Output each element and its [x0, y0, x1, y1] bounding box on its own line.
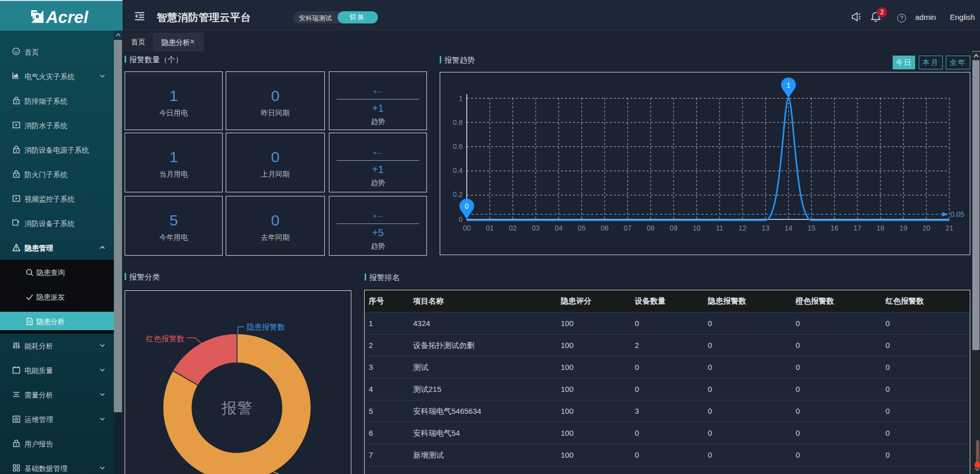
svg-text:15: 15: [807, 224, 816, 232]
svg-text:19: 19: [899, 224, 907, 232]
svg-text:11: 11: [716, 224, 724, 232]
svg-text:07: 07: [624, 224, 632, 232]
svg-text:0.6: 0.6: [453, 142, 463, 151]
svg-text:17: 17: [853, 224, 862, 232]
svg-text:0: 0: [465, 202, 469, 210]
svg-text:21: 21: [945, 224, 953, 232]
svg-text:04: 04: [555, 224, 563, 232]
svg-text:18: 18: [876, 224, 885, 232]
svg-text:12: 12: [738, 224, 747, 232]
svg-text:16: 16: [830, 224, 839, 232]
svg-text:14: 14: [784, 224, 793, 232]
svg-text:0.8: 0.8: [453, 118, 463, 127]
svg-text:06: 06: [601, 224, 609, 232]
svg-text:1: 1: [786, 81, 791, 89]
svg-text:红色报警数: 红色报警数: [146, 334, 184, 343]
svg-text:0: 0: [459, 215, 463, 223]
svg-text:1: 1: [459, 94, 463, 103]
svg-text:05: 05: [578, 224, 586, 232]
svg-text:01: 01: [486, 224, 494, 232]
svg-text:03: 03: [532, 224, 540, 232]
svg-text:0.05: 0.05: [950, 210, 964, 218]
svg-text:13: 13: [761, 224, 770, 232]
svg-text:10: 10: [692, 224, 701, 232]
svg-text:报警: 报警: [221, 400, 252, 416]
svg-text:20: 20: [922, 224, 930, 232]
svg-text:09: 09: [670, 224, 678, 232]
svg-text:02: 02: [509, 224, 517, 232]
svg-text:0.4: 0.4: [453, 166, 463, 174]
svg-text:08: 08: [647, 224, 655, 232]
svg-text:0.2: 0.2: [453, 190, 463, 198]
svg-text:00: 00: [463, 224, 471, 232]
svg-text:隐患报警数: 隐患报警数: [247, 322, 285, 331]
